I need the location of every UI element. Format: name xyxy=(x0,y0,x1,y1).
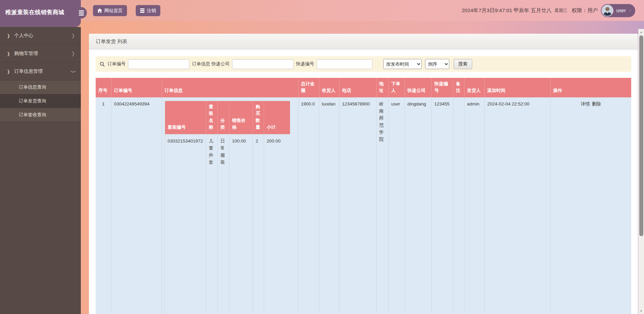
sidebar-item-order-info-management[interactable]: ❯ 订单信息管理 ❯ xyxy=(0,63,81,81)
th-item-name: 童装名称 xyxy=(206,101,218,134)
order-info-courier-label: 订单信息 快递公司 xyxy=(192,61,230,67)
datetime-text: 2024年7月3日9:47:01 甲辰年 五月廿八 xyxy=(462,7,552,14)
weekday-text: 星期三 xyxy=(555,8,568,13)
sort-field-select[interactable]: 按发布时间 xyxy=(383,59,422,69)
chevron-right-icon: ❯ xyxy=(72,33,75,39)
delete-link[interactable]: 删除 xyxy=(592,101,601,106)
th-index: 序号 xyxy=(96,78,111,97)
sidebar-item-cart-management[interactable]: ❯ 购物车管理 ❯ xyxy=(0,45,81,63)
sidebar-subitem-label: 订单发货查询 xyxy=(19,98,46,104)
sidebar-subitem-order-ship-query[interactable]: 订单发货查询 xyxy=(0,94,81,108)
order-no-input[interactable] xyxy=(128,59,189,69)
top-header: 网站首页 注销 2024年7月3日9:47:01 甲辰年 五月廿八 星期三 权限… xyxy=(0,0,644,21)
chevron-right-icon: ❯ xyxy=(7,51,10,56)
cell-address: 岭南师范学院 xyxy=(376,97,388,314)
th-order-info: 订单信息 xyxy=(162,78,298,97)
item-price: 100.00 xyxy=(229,134,253,314)
scroll-down-icon[interactable]: ▼ xyxy=(638,309,644,313)
list-icon xyxy=(140,8,144,13)
search-bar: 订单编号 订单信息 快递公司 快递编号 按发布时间 倒序 搜索 xyxy=(96,56,631,72)
chevron-down-icon: ▾ xyxy=(629,9,631,12)
item-no: 03032153401972 xyxy=(165,134,206,314)
th-total: 总计金额 xyxy=(298,78,319,97)
order-info-courier-input[interactable] xyxy=(232,59,293,69)
search-button[interactable]: 搜索 xyxy=(454,59,472,69)
table-row: 1 03042249549394 童装编号 xyxy=(96,97,631,314)
th-item-price: 销售价格 xyxy=(229,101,253,134)
item-name: 儿童外套 xyxy=(206,134,218,314)
item-qty: 2 xyxy=(253,134,264,314)
sort-order-select[interactable]: 倒序 xyxy=(425,59,449,69)
chevron-right-icon: ❯ xyxy=(72,51,75,57)
th-item-qty: 购买数量 xyxy=(253,101,264,134)
th-buyer: 下单人 xyxy=(388,78,405,97)
home-icon xyxy=(97,8,102,13)
th-shipper: 发货人 xyxy=(464,78,484,97)
th-phone: 电话 xyxy=(339,78,376,97)
hamburger-icon xyxy=(79,10,84,11)
items-header-row: 童装编号 童装名称 分类 销售价格 购买数量 小计 xyxy=(165,101,290,134)
th-order-no: 订单编号 xyxy=(111,78,162,97)
card-body: 订单编号 订单信息 快递公司 快递编号 按发布时间 倒序 搜索 xyxy=(89,50,638,314)
cell-courier-company: dingdang xyxy=(405,97,431,314)
sidebar-item-label: 个人中心 xyxy=(14,33,33,39)
table-header-row: 序号 订单编号 订单信息 总计金额 收货人 电话 地址 下单人 快递公司 快递编… xyxy=(96,78,631,97)
home-button-label: 网站首页 xyxy=(104,8,123,14)
th-actions: 操作 xyxy=(550,78,631,97)
user-name: user xyxy=(616,8,626,13)
app-title: 稚派童装在线销售商城 xyxy=(5,8,64,16)
search-icon xyxy=(100,62,105,67)
th-remark: 备注 xyxy=(453,78,464,97)
th-item-subtotal: 小计 xyxy=(264,101,290,134)
scroll-up-icon[interactable]: ▲ xyxy=(638,30,644,34)
th-address: 地址 xyxy=(376,78,388,97)
logout-button-label: 注销 xyxy=(147,8,156,14)
sidebar: ❯ 个人中心 ❯ ❯ 购物车管理 ❯ ❯ 订单信息管理 ❯ 订单信息查询 订单发… xyxy=(0,27,81,314)
page-root: 网站首页 注销 2024年7月3日9:47:01 甲辰年 五月廿八 星期三 权限… xyxy=(0,0,644,314)
chevron-right-icon: ❯ xyxy=(7,69,10,74)
home-button[interactable]: 网站首页 xyxy=(93,5,127,16)
avatar xyxy=(602,5,613,17)
vertical-scrollbar[interactable]: ▲ ▼ xyxy=(638,29,644,314)
sidebar-subitem-order-info-query[interactable]: 订单信息查询 xyxy=(0,81,81,94)
cell-add-time: 2024-02-04 22:52:00 xyxy=(484,97,550,314)
cell-shipper: admin xyxy=(464,97,484,314)
sidebar-item-label: 购物车管理 xyxy=(14,51,38,57)
cell-order-no: 03042249549394 xyxy=(111,97,162,314)
cell-index: 1 xyxy=(96,97,111,314)
cell-actions: 详情删除 xyxy=(550,97,631,314)
courier-no-label: 快递编号 xyxy=(296,61,314,67)
chevron-down-icon: ❯ xyxy=(70,70,76,73)
chevron-right-icon: ❯ xyxy=(7,33,10,38)
detail-link[interactable]: 详情 xyxy=(581,101,590,106)
th-item-category: 分类 xyxy=(218,101,229,134)
th-receiver: 收货人 xyxy=(319,78,339,97)
cell-buyer: user xyxy=(388,97,405,314)
order-items-table: 童装编号 童装名称 分类 销售价格 购买数量 小计 03032153401972 xyxy=(165,101,290,314)
th-add-time: 添加时间 xyxy=(484,78,550,97)
cell-phone: 12345678900 xyxy=(339,97,376,314)
app-logo: 稚派童装在线销售商城 xyxy=(0,0,81,27)
user-menu[interactable]: user ▾ xyxy=(601,4,635,17)
scrollbar-thumb[interactable] xyxy=(639,35,643,236)
order-item-row: 03032153401972 儿童外套 日常服装 100.00 2 200.00 xyxy=(165,134,290,314)
cell-courier-no: 123455 xyxy=(431,97,453,314)
logout-button[interactable]: 注销 xyxy=(136,5,160,16)
item-subtotal: 200.00 xyxy=(264,134,290,314)
cell-receiver: luodan xyxy=(319,97,339,314)
sidebar-subitem-order-receive-query[interactable]: 订单签收查询 xyxy=(0,108,81,122)
sidebar-toggle-button[interactable] xyxy=(75,7,87,19)
courier-no-input[interactable] xyxy=(317,59,373,69)
th-item-no: 童装编号 xyxy=(165,101,206,134)
permission-text: 权限：用户 xyxy=(572,7,598,14)
cell-remark xyxy=(453,97,464,314)
item-category: 日常服装 xyxy=(218,134,229,314)
content-card: 订单发货 列表 订单编号 订单信息 快递公司 快递编号 按发布时间 倒序 搜索 xyxy=(89,34,638,314)
sidebar-item-label: 订单信息管理 xyxy=(14,68,42,74)
header-right: 2024年7月3日9:47:01 甲辰年 五月廿八 星期三 权限：用户 user… xyxy=(462,0,635,21)
sidebar-subitem-label: 订单签收查询 xyxy=(19,112,46,118)
sidebar-item-personal-center[interactable]: ❯ 个人中心 ❯ xyxy=(0,27,81,45)
order-no-label: 订单编号 xyxy=(107,61,126,67)
th-courier-company: 快递公司 xyxy=(405,78,431,97)
sidebar-subitem-label: 订单信息查询 xyxy=(19,84,46,90)
